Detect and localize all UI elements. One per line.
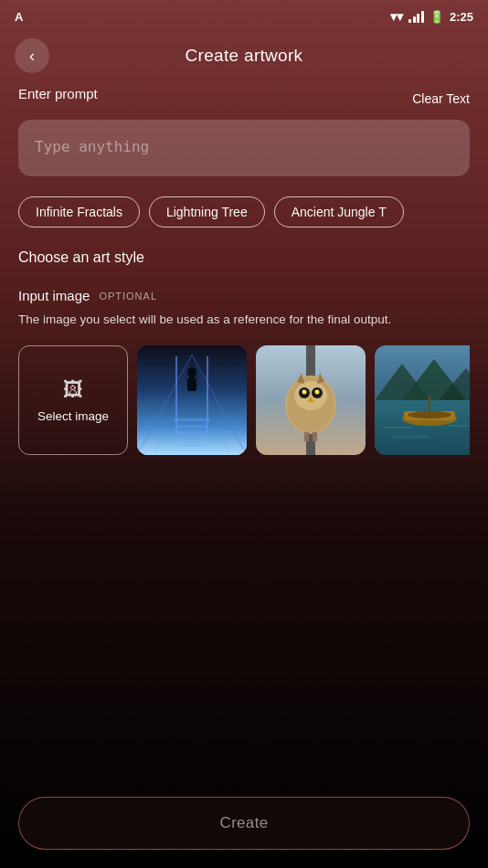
svg-point-19 bbox=[302, 390, 307, 395]
svg-point-21 bbox=[302, 390, 304, 392]
boat-svg bbox=[375, 345, 470, 455]
chip-lightning-tree[interactable]: Lightning Tree bbox=[149, 196, 265, 228]
owl-svg bbox=[256, 345, 366, 455]
create-button[interactable]: Create bbox=[18, 797, 470, 850]
escalator-svg bbox=[137, 345, 247, 455]
art-style-label: Choose an art style bbox=[18, 249, 470, 266]
svg-rect-7 bbox=[174, 418, 210, 421]
create-button-container: Create bbox=[18, 797, 470, 850]
image-thumb-boat[interactable] bbox=[375, 345, 470, 455]
status-bar: A ▾▾ 🔋 2:25 bbox=[0, 0, 488, 29]
back-icon: ‹ bbox=[29, 47, 35, 66]
svg-point-22 bbox=[315, 390, 317, 392]
svg-rect-11 bbox=[181, 444, 203, 447]
prompt-input[interactable] bbox=[18, 120, 470, 176]
image-thumb-escalator[interactable] bbox=[137, 345, 247, 455]
chip-infinite-fractals[interactable]: Infinite Fractals bbox=[18, 196, 140, 228]
header: ‹ Create artwork bbox=[0, 29, 488, 86]
prompt-header: Enter prompt Clear Text bbox=[18, 86, 470, 111]
svg-rect-8 bbox=[175, 425, 208, 428]
back-button[interactable]: ‹ bbox=[15, 38, 49, 73]
input-image-header: Input image OPTIONAL bbox=[18, 288, 470, 303]
svg-rect-10 bbox=[179, 438, 205, 440]
app-icon: A bbox=[15, 10, 23, 24]
battery-icon: 🔋 bbox=[430, 10, 444, 24]
input-image-description: The image you select will be used as a r… bbox=[18, 311, 470, 329]
signal-icon bbox=[408, 10, 424, 23]
optional-badge: OPTIONAL bbox=[99, 291, 157, 302]
svg-rect-6 bbox=[187, 378, 196, 391]
svg-point-35 bbox=[408, 411, 451, 418]
main-content: Enter prompt Clear Text Infinite Fractal… bbox=[0, 86, 488, 455]
select-image-label: Select image bbox=[37, 409, 109, 423]
svg-point-16 bbox=[294, 381, 327, 410]
wifi-icon: ▾▾ bbox=[390, 9, 403, 24]
svg-rect-26 bbox=[304, 432, 309, 441]
chip-ancient-jungle[interactable]: Ancient Jungle T bbox=[274, 196, 404, 228]
status-right: ▾▾ 🔋 2:25 bbox=[390, 9, 473, 24]
select-image-button[interactable]: 🖼 Select image bbox=[18, 345, 128, 455]
time-display: 2:25 bbox=[450, 10, 473, 24]
image-thumb-owl[interactable] bbox=[256, 345, 366, 455]
input-image-title: Input image bbox=[18, 288, 90, 303]
clear-text-button[interactable]: Clear Text bbox=[412, 91, 470, 106]
escalator-image bbox=[137, 345, 247, 455]
prompt-label: Enter prompt bbox=[18, 86, 98, 101]
svg-point-5 bbox=[187, 367, 196, 378]
image-upload-icon: 🖼 bbox=[63, 378, 83, 402]
svg-point-20 bbox=[315, 390, 320, 395]
image-selector-row: 🖼 Select image bbox=[18, 345, 470, 455]
svg-rect-9 bbox=[177, 431, 207, 434]
chips-row: Infinite Fractals Lightning Tree Ancient… bbox=[18, 196, 470, 228]
svg-rect-27 bbox=[313, 432, 317, 441]
page-title: Create artwork bbox=[186, 46, 303, 66]
